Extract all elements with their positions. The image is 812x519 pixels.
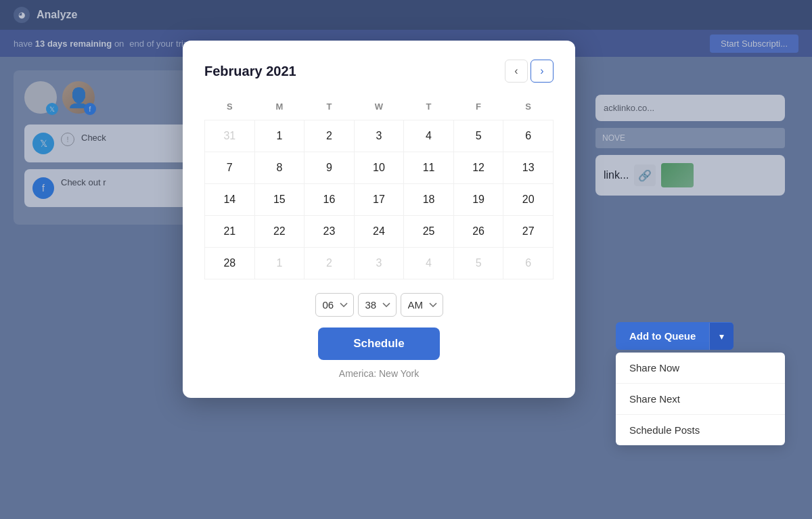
calendar-week-5: 28 1 2 3 4 5 6: [205, 248, 554, 279]
day-header-fri: F: [453, 96, 503, 120]
calendar-day-9[interactable]: 9: [304, 152, 355, 184]
calendar-day-27[interactable]: 27: [503, 216, 554, 248]
calendar-day-4[interactable]: 4: [404, 120, 454, 152]
schedule-posts-item[interactable]: Schedule Posts: [616, 415, 785, 445]
day-header-wed: W: [354, 96, 404, 120]
calendar-day-16[interactable]: 16: [304, 184, 355, 216]
hour-select[interactable]: 010203 040506 070809 101112: [315, 293, 354, 317]
calendar-day-mar-6[interactable]: 6: [503, 248, 554, 279]
calendar-header: February 2021 ‹ ›: [204, 60, 554, 83]
day-header-sun: S: [205, 96, 255, 120]
calendar-day-19[interactable]: 19: [453, 184, 503, 216]
calendar-day-28[interactable]: 28: [205, 248, 255, 279]
calendar-grid: S M T W T F S 31 1 2 3 4 5 6 7 8 9: [204, 96, 554, 279]
calendar-day-22[interactable]: 22: [254, 216, 304, 248]
calendar-week-4: 21 22 23 24 25 26 27: [205, 216, 554, 248]
calendar-week-1: 31 1 2 3 4 5 6: [205, 120, 554, 152]
calendar-day-5[interactable]: 5: [453, 120, 503, 152]
calendar-navigation: ‹ ›: [505, 60, 554, 83]
calendar-day-11[interactable]: 11: [404, 152, 454, 184]
prev-month-button[interactable]: ‹: [505, 60, 528, 83]
add-to-queue-chevron-icon: ▾: [709, 323, 734, 350]
calendar-day-17[interactable]: 17: [354, 184, 404, 216]
day-header-sat: S: [503, 96, 554, 120]
share-now-item[interactable]: Share Now: [616, 353, 785, 384]
calendar-day-mar-4[interactable]: 4: [404, 248, 454, 279]
calendar-day-10[interactable]: 10: [354, 152, 404, 184]
calendar-days-header: S M T W T F S: [205, 96, 554, 120]
period-select[interactable]: AM PM: [401, 293, 443, 317]
calendar-day-8[interactable]: 8: [254, 152, 304, 184]
calendar-modal: February 2021 ‹ › S M T W T F S 31 1 2 3: [183, 41, 575, 398]
calendar-title: February 2021: [204, 64, 296, 79]
calendar-day-mar-2[interactable]: 2: [304, 248, 355, 279]
day-header-thu: T: [404, 96, 454, 120]
share-dropdown-menu: Share Now Share Next Schedule Posts: [616, 353, 785, 445]
calendar-day-23[interactable]: 23: [304, 216, 355, 248]
timezone-label: America: New York: [204, 368, 554, 379]
calendar-day-mar-3[interactable]: 3: [354, 248, 404, 279]
calendar-day-31[interactable]: 31: [205, 120, 255, 152]
add-to-queue-button[interactable]: Add to Queue ▾: [616, 322, 734, 350]
calendar-day-12[interactable]: 12: [453, 152, 503, 184]
calendar-day-15[interactable]: 15: [254, 184, 304, 216]
calendar-day-14[interactable]: 14: [205, 184, 255, 216]
calendar-day-7[interactable]: 7: [205, 152, 255, 184]
day-header-mon: M: [254, 96, 304, 120]
calendar-day-13[interactable]: 13: [503, 152, 554, 184]
calendar-day-21[interactable]: 21: [205, 216, 255, 248]
day-header-tue: T: [304, 96, 355, 120]
calendar-day-mar-1[interactable]: 1: [254, 248, 304, 279]
calendar-day-mar-5[interactable]: 5: [453, 248, 503, 279]
minute-select[interactable]: 000510 152025 303538 40455055: [358, 293, 397, 317]
calendar-day-6[interactable]: 6: [503, 120, 554, 152]
calendar-day-3[interactable]: 3: [354, 120, 404, 152]
calendar-day-2[interactable]: 2: [304, 120, 355, 152]
calendar-day-1[interactable]: 1: [254, 120, 304, 152]
calendar-week-2: 7 8 9 10 11 12 13: [205, 152, 554, 184]
calendar-day-24[interactable]: 24: [354, 216, 404, 248]
time-picker: 010203 040506 070809 101112 000510 15202…: [204, 293, 554, 317]
calendar-week-3: 14 15 16 17 18 19 20: [205, 184, 554, 216]
calendar-day-26[interactable]: 26: [453, 216, 503, 248]
add-to-queue-label: Add to Queue: [616, 322, 709, 350]
add-to-queue-area: Add to Queue ▾ Share Now Share Next Sche…: [616, 322, 785, 445]
share-next-item[interactable]: Share Next: [616, 384, 785, 415]
schedule-button[interactable]: Schedule: [318, 328, 440, 360]
next-month-button[interactable]: ›: [531, 60, 554, 83]
calendar-day-18[interactable]: 18: [404, 184, 454, 216]
calendar-day-25[interactable]: 25: [404, 216, 454, 248]
calendar-day-20[interactable]: 20: [503, 184, 554, 216]
